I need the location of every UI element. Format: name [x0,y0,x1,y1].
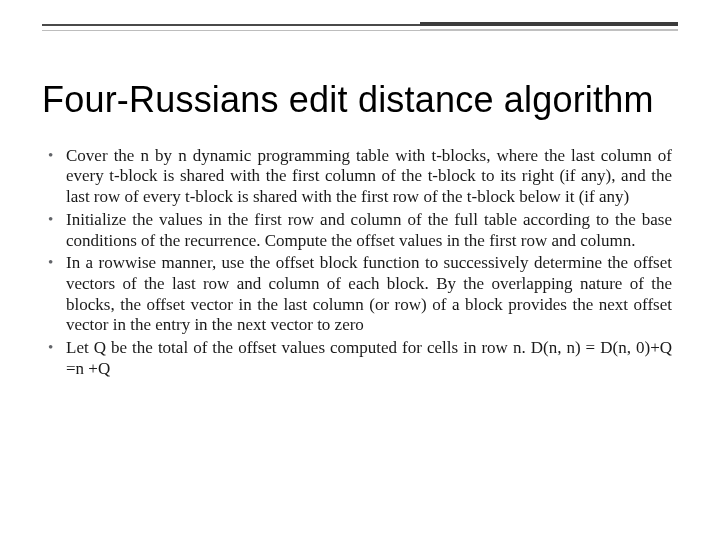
list-item: Cover the n by n dynamic programming tab… [44,146,672,208]
bullet-text: Cover the n by n dynamic programming tab… [66,146,672,206]
bullet-text: Initialize the values in the first row a… [66,210,672,250]
rule-accent-thin [420,29,678,31]
bullet-list: Cover the n by n dynamic programming tab… [42,146,678,380]
rule-accent-thick [420,22,678,26]
list-item: Let Q be the total of the offset values … [44,338,672,379]
rule-accent [420,22,678,32]
list-item: Initialize the values in the first row a… [44,210,672,251]
slide: Four-Russians edit distance algorithm Co… [0,22,720,540]
bullet-text: Let Q be the total of the offset values … [66,338,672,378]
slide-title: Four-Russians edit distance algorithm [42,80,678,120]
list-item: In a rowwise manner, use the offset bloc… [44,253,672,336]
bullet-text: In a rowwise manner, use the offset bloc… [66,253,672,334]
decorative-top-rule [42,22,678,36]
